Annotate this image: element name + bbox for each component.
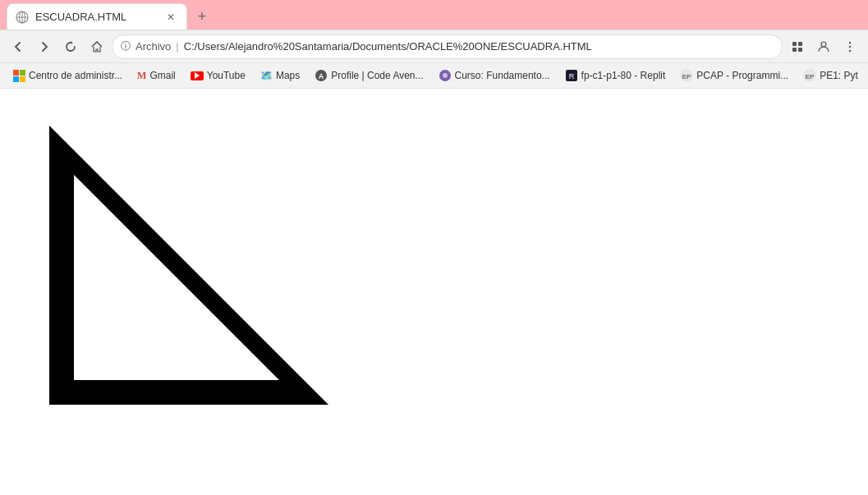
svg-point-10 bbox=[849, 41, 851, 43]
profile-button[interactable] bbox=[812, 35, 835, 58]
svg-text:EP: EP bbox=[682, 73, 691, 80]
bookmarks-bar: Centro de administr... M Gmail YouTube 🗺… bbox=[0, 62, 868, 89]
svg-point-16 bbox=[443, 73, 448, 78]
back-button[interactable] bbox=[7, 35, 30, 58]
svg-text:R: R bbox=[568, 72, 574, 80]
svg-rect-5 bbox=[792, 42, 797, 46]
home-button[interactable] bbox=[85, 35, 108, 58]
address-url[interactable]: C:/Users/Alejandro%20Santamaria/Document… bbox=[184, 40, 774, 53]
svg-rect-6 bbox=[798, 42, 802, 46]
bookmark-gmail[interactable]: M Gmail bbox=[131, 67, 182, 85]
bookmark-maps[interactable]: 🗺️ Maps bbox=[254, 67, 306, 84]
bookmark-label: Profile | Code Aven... bbox=[331, 70, 423, 81]
gmail-icon: M bbox=[137, 70, 146, 82]
svg-marker-24 bbox=[74, 175, 279, 380]
address-bar[interactable]: ⓘ Archivo | C:/Users/Alejandro%20Santama… bbox=[112, 34, 783, 59]
new-tab-button[interactable]: + bbox=[191, 5, 214, 28]
curso-icon bbox=[439, 69, 452, 82]
bookmark-label: fp-c1-p1-80 - Replit bbox=[581, 70, 666, 81]
bookmark-label: Centro de administr... bbox=[29, 70, 122, 81]
bookmark-pcap[interactable]: EP PCAP - Programmi... bbox=[673, 66, 795, 85]
bookmark-pe1[interactable]: EP PE1: Pyt bbox=[797, 66, 865, 85]
active-tab[interactable]: ESCUADRA.HTML ✕ bbox=[7, 3, 187, 30]
bookmark-replit[interactable]: R fp-c1-p1-80 - Replit bbox=[558, 66, 673, 85]
tab-favicon-icon bbox=[16, 11, 29, 24]
info-icon: ⓘ bbox=[121, 39, 131, 53]
svg-text:EP: EP bbox=[806, 73, 815, 80]
svg-point-12 bbox=[849, 49, 851, 51]
address-protocol: Archivo bbox=[135, 40, 171, 53]
windows-logo-icon bbox=[13, 70, 25, 82]
bookmark-label: PCAP - Programmi... bbox=[696, 70, 788, 81]
replit-icon: R bbox=[565, 69, 578, 82]
address-separator: | bbox=[176, 40, 178, 53]
bookmark-label: PE1: Pyt bbox=[820, 70, 858, 81]
tab-bar: ESCUADRA.HTML ✕ + bbox=[0, 0, 868, 30]
tab-title: ESCUADRA.HTML bbox=[35, 11, 157, 23]
pe1-icon: EP bbox=[803, 69, 816, 82]
bookmark-label: Gmail bbox=[149, 70, 175, 81]
bookmark-codeaventure[interactable]: A Profile | Code Aven... bbox=[308, 66, 429, 85]
bookmark-microsoft[interactable]: Centro de administr... bbox=[7, 67, 129, 85]
svg-point-11 bbox=[849, 45, 851, 47]
bookmark-label: Maps bbox=[276, 70, 300, 81]
svg-text:A: A bbox=[319, 72, 324, 80]
svg-rect-8 bbox=[798, 48, 802, 52]
nav-bar: ⓘ Archivo | C:/Users/Alejandro%20Santama… bbox=[0, 30, 868, 62]
bookmark-curso[interactable]: Curso: Fundamento... bbox=[432, 66, 557, 85]
maps-icon: 🗺️ bbox=[260, 70, 273, 81]
codeaventure-icon: A bbox=[315, 69, 328, 82]
menu-button[interactable] bbox=[838, 35, 861, 58]
reload-button[interactable] bbox=[59, 35, 82, 58]
forward-button[interactable] bbox=[33, 35, 56, 58]
svg-rect-7 bbox=[792, 48, 797, 52]
svg-marker-4 bbox=[71, 41, 73, 44]
pcap-icon: EP bbox=[680, 69, 693, 82]
bookmark-label: YouTube bbox=[207, 70, 246, 81]
bookmark-youtube[interactable]: YouTube bbox=[184, 67, 252, 84]
extensions-button[interactable] bbox=[786, 35, 809, 58]
browser-chrome: ESCUADRA.HTML ✕ + ⓘ Archivo | C:/Users/A… bbox=[0, 0, 868, 89]
page-content bbox=[0, 89, 868, 495]
svg-point-9 bbox=[821, 42, 826, 47]
tab-close-button[interactable]: ✕ bbox=[163, 10, 178, 25]
bookmark-label: Curso: Fundamento... bbox=[455, 70, 550, 81]
set-square-figure bbox=[49, 126, 337, 424]
youtube-icon bbox=[191, 71, 204, 80]
